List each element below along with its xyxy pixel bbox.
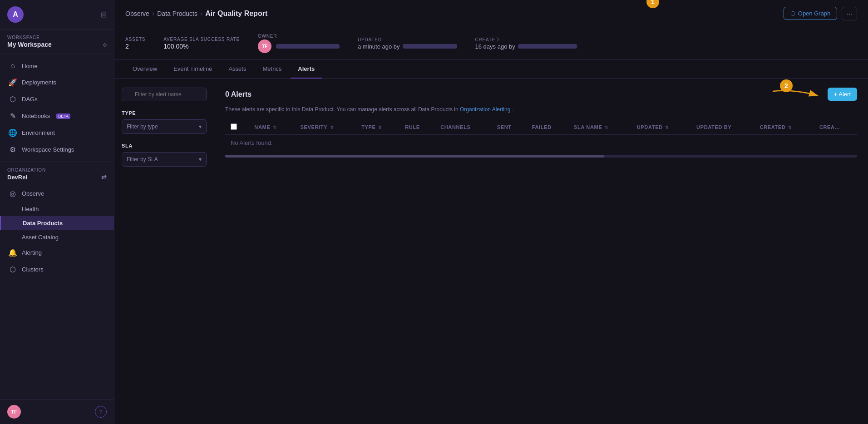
meta-sla: AVERAGE SLA SUCCESS RATE 100.00% [163,37,240,50]
header-actions: ⬡ Open Graph ··· [784,7,857,20]
clusters-icon: ⬡ [8,265,17,274]
owner-avatar: TF [258,39,271,53]
app-logo[interactable]: A [7,6,24,23]
sidebar-item-observe[interactable]: ◎ Observe [0,185,114,202]
home-icon: ⌂ [8,62,17,70]
sla-label: AVERAGE SLA SUCCESS RATE [163,37,240,42]
col-sla-name[interactable]: SLA NAME ⇅ [568,120,631,135]
alerts-panel: 0 Alerts + Alert These alerts are specif… [214,79,868,424]
sidebar-item-home[interactable]: ⌂ Home [0,58,114,74]
sidebar-item-environment[interactable]: 🌐 Environment [0,124,114,141]
org-label: ORGANIZATION [7,168,107,173]
page-header: Observe › Data Products › Air Quality Re… [114,0,868,27]
alerts-desc-text: These alerts are specific to this Data P… [225,106,459,113]
environment-icon: 🌐 [8,128,17,137]
workspace-name-row: My Workspace ◇ [7,41,107,48]
alerting-icon: 🔔 [8,248,17,257]
breadcrumb: Observe › Data Products › Air Quality Re… [125,10,267,18]
content-area: 🔍 TYPE Filter by type ▾ SLA Filter by SL… [114,79,868,424]
sidebar-item-label: Environment [22,129,55,136]
sidebar: A ⊟ WORKSPACE My Workspace ◇ ⌂ Home 🚀 De… [0,0,114,424]
sidebar-item-label: Clusters [22,266,44,273]
org-alerting-link[interactable]: Organization Alerting [460,106,510,113]
sidebar-item-label: Deployments [22,79,56,86]
org-nav: ◎ Observe Health Data Products Asset Cat… [0,184,114,279]
created-label: CREATED [475,37,577,42]
sidebar-top: A ⊟ [0,0,114,30]
alerts-header: 0 Alerts + Alert [225,88,857,101]
meta-assets: ASSETS 2 [125,37,145,50]
graph-icon: ⬡ [790,10,795,17]
tab-overview[interactable]: Overview [125,60,164,79]
sidebar-item-dags[interactable]: ⬡ DAGs [0,91,114,108]
org-name-text: DevRel [7,174,27,181]
help-button[interactable]: ? [95,406,107,418]
sidebar-item-clusters[interactable]: ⬡ Clusters [0,261,114,278]
beta-badge: BETA [56,113,70,119]
created-by-bar [518,44,577,49]
col-created-suffix: CREA... [814,120,857,135]
add-alert-button[interactable]: + Alert [828,88,857,101]
sidebar-item-data-products[interactable]: Data Products [0,216,114,230]
sidebar-item-label: Workspace Settings [22,146,74,153]
sla-filter-select[interactable]: Filter by SLA ▾ [122,152,207,167]
sidebar-item-notebooks[interactable]: ✎ Notebooks BETA [0,108,114,124]
created-value-row: 16 days ago by [475,43,577,50]
sla-filter-section: SLA Filter by SLA ▾ [122,143,207,167]
breadcrumb-data-products[interactable]: Data Products [157,10,197,17]
meta-owner: OWNER TF [258,34,340,53]
org-switch-icon[interactable]: ⇄ [101,173,107,181]
breadcrumb-sep-2: › [200,10,202,18]
sidebar-item-label: Observe [22,190,44,197]
user-avatar[interactable]: TF [7,405,21,419]
type-filter-select[interactable]: Filter by type ▾ [122,119,207,134]
sidebar-item-label: Asset Catalog [22,234,59,241]
col-type[interactable]: TYPE ⇅ [356,120,399,135]
type-filter-label: TYPE [122,110,207,116]
sla-filter-value: Filter by SLA [127,156,158,163]
meta-row: ASSETS 2 AVERAGE SLA SUCCESS RATE 100.00… [114,27,868,60]
col-created[interactable]: CREATED ⇅ [755,120,814,135]
workspace-diamond-icon: ◇ [103,42,107,47]
sidebar-item-label: Alerting [22,249,42,256]
tab-alerts[interactable]: Alerts [291,60,322,79]
col-failed: FAILED [527,120,568,135]
search-wrap: 🔍 [122,88,207,101]
col-sent: SENT [492,120,527,135]
org-name-row: DevRel ⇄ [7,173,107,181]
table-body: No Alerts found. [225,135,857,151]
col-channels: CHANNELS [435,120,491,135]
col-updated[interactable]: UPDATED ⇅ [631,120,691,135]
tabs-bar: Overview Event Timeline Assets Metrics A… [114,60,868,79]
open-graph-button[interactable]: ⬡ Open Graph [784,7,838,20]
horizontal-scrollbar[interactable] [225,155,857,158]
meta-created: CREATED 16 days ago by [475,37,577,50]
alerts-description: These alerts are specific to this Data P… [225,106,857,113]
more-options-button[interactable]: ··· [842,7,857,20]
breadcrumb-observe[interactable]: Observe [125,10,149,17]
sidebar-item-workspace-settings[interactable]: ⚙ Workspace Settings [0,141,114,158]
sidebar-item-deployments[interactable]: 🚀 Deployments [0,74,114,91]
col-name[interactable]: NAME ⇅ [249,120,295,135]
breadcrumb-sep-1: › [152,10,154,18]
type-filter-section: TYPE Filter by type ▾ [122,110,207,134]
sidebar-item-asset-catalog[interactable]: Asset Catalog [0,230,114,244]
updated-value-row: a minute ago by [358,43,457,50]
tab-metrics[interactable]: Metrics [255,60,289,79]
deployments-icon: 🚀 [8,78,17,87]
sidebar-item-label: Health [22,206,39,212]
col-severity[interactable]: SEVERITY ⇅ [295,120,356,135]
sidebar-collapse-button[interactable]: ⊟ [101,10,107,19]
type-filter-value: Filter by type [127,123,158,130]
select-all-checkbox[interactable] [231,123,237,130]
alert-search-input[interactable] [122,88,207,101]
chevron-down-icon-2: ▾ [199,156,202,163]
sidebar-item-alerting[interactable]: 🔔 Alerting [0,244,114,261]
no-alerts-text: No Alerts found. [231,135,273,151]
table-header: NAME ⇅ SEVERITY ⇅ TYPE ⇅ RULE CHANNELS S… [225,120,857,135]
sidebar-bottom: TF ? [0,399,114,424]
sidebar-item-health[interactable]: Health [0,202,114,216]
sla-value: 100.00% [163,43,240,50]
tab-assets[interactable]: Assets [221,60,253,79]
tab-event-timeline[interactable]: Event Timeline [166,60,219,79]
